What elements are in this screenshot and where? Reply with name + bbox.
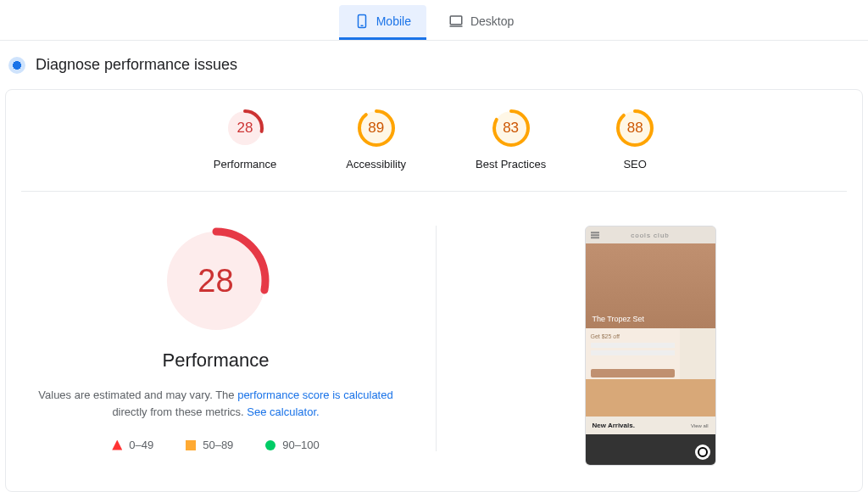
- preview-hero: The Tropez Set: [586, 243, 715, 328]
- square-icon: [186, 440, 196, 450]
- gauge-seo[interactable]: 88 SEO: [615, 109, 654, 171]
- gauges-row: 28 Performance 89 Accessibility 83 Best …: [21, 109, 847, 192]
- big-score: 28: [198, 263, 233, 299]
- legend-mid: 50–89: [186, 439, 233, 451]
- tab-mobile[interactable]: Mobile: [339, 5, 426, 40]
- gauge-best-practices-label: Best Practices: [476, 158, 546, 171]
- legend-good: 90–100: [265, 439, 319, 451]
- mobile-icon: [354, 14, 370, 29]
- triangle-icon: [112, 440, 122, 450]
- gauge-seo-label: SEO: [615, 158, 654, 171]
- gauge-seo-score: 88: [627, 120, 643, 137]
- page-screenshot-preview: cools club The Tropez Set Get $25 off Ne…: [585, 226, 716, 466]
- legend: 0–49 50–89 90–100: [21, 439, 410, 451]
- gauge-accessibility-score: 89: [368, 120, 384, 137]
- gauge-best-practices-score: 83: [503, 120, 519, 137]
- preview-fab-icon: [695, 444, 710, 460]
- svg-rect-2: [450, 16, 462, 25]
- preview-header: cools club: [586, 226, 715, 243]
- gauge-performance-label: Performance: [214, 158, 276, 171]
- description: Values are estimated and may vary. The p…: [21, 387, 410, 420]
- tab-desktop-label: Desktop: [470, 14, 514, 28]
- see-calculator-link[interactable]: See calculator.: [247, 405, 319, 418]
- gauge-best-practices[interactable]: 83 Best Practices: [476, 109, 546, 171]
- device-tabs: Mobile Desktop: [0, 0, 868, 41]
- detail-area: 28 Performance Values are estimated and …: [21, 226, 847, 466]
- gauge-performance[interactable]: 28 Performance: [214, 109, 276, 171]
- circle-icon: [265, 440, 275, 450]
- preview-banner: Get $25 off: [586, 328, 715, 379]
- section-header: Diagnose performance issues: [0, 41, 868, 89]
- performance-detail: 28 Performance Values are estimated and …: [21, 226, 437, 451]
- gauge-accessibility[interactable]: 89 Accessibility: [346, 109, 406, 171]
- desktop-icon: [448, 14, 464, 29]
- diagnose-icon: [8, 57, 25, 74]
- legend-bad: 0–49: [112, 439, 153, 451]
- preview-bottom: [586, 434, 715, 465]
- score-calc-link[interactable]: performance score is calculated: [237, 389, 393, 401]
- tab-mobile-label: Mobile: [376, 14, 411, 28]
- report-card: 28 Performance 89 Accessibility 83 Best …: [5, 89, 863, 492]
- preview-section: New Arrivals.View all: [586, 417, 715, 434]
- gauge-accessibility-label: Accessibility: [346, 158, 406, 171]
- preview-mid: [586, 379, 715, 417]
- gauge-performance-score: 28: [237, 120, 253, 137]
- big-label: Performance: [21, 349, 410, 372]
- section-title: Diagnose performance issues: [36, 56, 237, 74]
- tab-desktop[interactable]: Desktop: [433, 5, 529, 40]
